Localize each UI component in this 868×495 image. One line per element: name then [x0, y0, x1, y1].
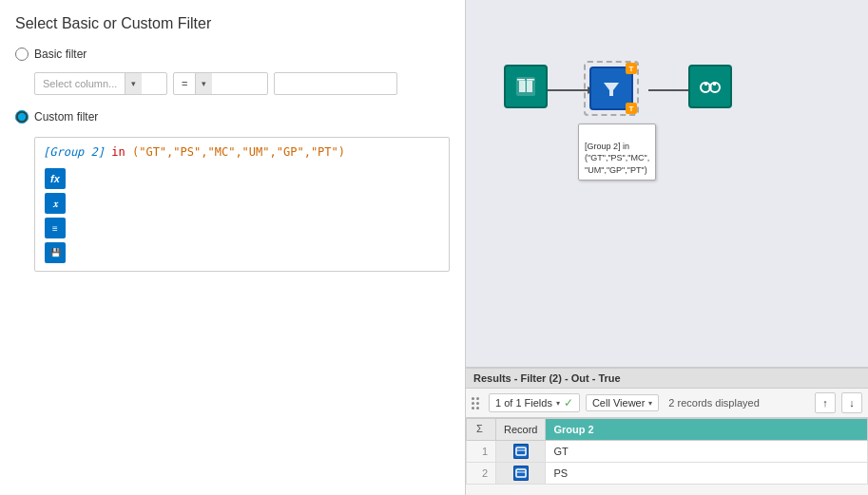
expression-button[interactable]: 𝑥: [45, 193, 66, 214]
svg-rect-6: [527, 79, 534, 81]
book-icon: [512, 73, 539, 100]
panel-title: Select Basic or Custom Filter: [15, 15, 450, 32]
input-node-icon: [504, 65, 548, 108]
custom-filter-row: Custom filter: [15, 110, 450, 124]
validate-button[interactable]: ≡: [45, 218, 66, 238]
expression-keyword: in: [111, 145, 132, 159]
filter-value-input[interactable]: [274, 72, 397, 95]
column-select[interactable]: Select column... ▾: [34, 72, 167, 95]
row-type-icon: [513, 466, 529, 481]
canvas-connections: [466, 0, 868, 367]
filter-badge-t2: T: [626, 103, 637, 114]
cell-viewer-arrow: ▾: [648, 399, 652, 408]
filter-badge-t: T: [626, 63, 637, 74]
save-button[interactable]: 💾: [45, 242, 66, 263]
table-row: 2PS: [467, 463, 868, 485]
custom-filter-label: Custom filter: [34, 110, 98, 124]
filter-node-wrapper[interactable]: T T: [584, 61, 639, 116]
browse-node[interactable]: [688, 65, 732, 108]
fields-button[interactable]: 1 of 1 Fields ▾ ✓: [489, 393, 580, 412]
operator-select[interactable]: = ▾: [173, 72, 268, 95]
basic-filter-row: Basic filter: [15, 48, 450, 61]
svg-rect-5: [517, 79, 525, 81]
row-group2: GT: [546, 441, 868, 463]
custom-filter-radio[interactable]: [15, 110, 29, 124]
results-table-container: Σ Record Group 2 1GT2PS: [466, 418, 868, 485]
input-node[interactable]: [504, 65, 548, 108]
records-displayed: 2 records displayed: [668, 397, 759, 409]
fields-dropdown-arrow: ▾: [556, 399, 560, 408]
fields-label: 1 of 1 Fields: [495, 397, 552, 409]
formula-button[interactable]: fx: [45, 168, 66, 189]
custom-filter-expression: [Group 2] in ("GT","PS","MC","UM","GP","…: [43, 145, 441, 159]
results-toolbar: 1 of 1 Fields ▾ ✓ Cell Viewer ▾ 2 record…: [466, 389, 868, 418]
binoculars-icon: [697, 73, 723, 100]
filter-icon: [598, 75, 625, 102]
col-header-rownum: Σ: [467, 419, 496, 441]
custom-filter-area: [Group 2] in ("GT","PS","MC","UM","GP","…: [34, 137, 450, 272]
cell-viewer-button[interactable]: Cell Viewer ▾: [586, 394, 659, 411]
drag-handle[interactable]: [472, 397, 479, 409]
up-arrow-icon: ↑: [822, 397, 828, 409]
basic-filter-label: Basic filter: [34, 48, 87, 61]
left-panel: Select Basic or Custom Filter Basic filt…: [0, 0, 466, 495]
results-panel: Results - Filter (2) - Out - True 1 of 1…: [466, 367, 868, 495]
table-row: 1GT: [467, 441, 868, 463]
row-icon-cell: [496, 463, 546, 485]
nav-down-button[interactable]: ↓: [841, 392, 862, 413]
canvas-area: T T [Group 2] in("GT","PS","MC","UM","GP: [466, 0, 868, 367]
browse-node-icon: [688, 65, 732, 108]
filter-node-inner: T T: [589, 67, 633, 110]
operator-value: =: [174, 78, 195, 89]
col-header-record: Record: [496, 419, 546, 441]
basic-filter-radio[interactable]: [15, 48, 29, 61]
svg-text:Σ: Σ: [476, 423, 483, 434]
cell-viewer-label: Cell Viewer: [592, 397, 645, 409]
expression-values: ("GT","PS","MC","UM","GP","PT"): [132, 145, 345, 159]
svg-rect-12: [713, 82, 716, 86]
results-header: Results - Filter (2) - Out - True: [466, 369, 868, 389]
column-select-placeholder: Select column...: [35, 78, 125, 89]
nav-up-button[interactable]: ↑: [815, 392, 836, 413]
fields-check-icon: ✓: [564, 396, 573, 409]
filter-node-icon: T T: [589, 67, 633, 110]
svg-rect-16: [516, 469, 526, 477]
col-header-group2: Group 2: [546, 419, 868, 441]
basic-filter-controls: Select column... ▾ = ▾: [34, 72, 450, 95]
node-tooltip: [Group 2] in("GT","PS","MC","UM","GP","P…: [578, 124, 656, 181]
sum-icon: Σ: [474, 422, 488, 435]
expression-field: [Group 2]: [43, 145, 105, 159]
row-type-icon: [513, 444, 529, 459]
operator-arrow[interactable]: ▾: [195, 73, 212, 94]
down-arrow-icon: ↓: [849, 397, 855, 409]
right-panel: T T [Group 2] in("GT","PS","MC","UM","GP: [466, 0, 868, 495]
row-number: 1: [467, 441, 496, 463]
row-number: 2: [467, 463, 496, 485]
svg-rect-10: [709, 86, 712, 89]
svg-rect-11: [704, 82, 707, 86]
row-icon-cell: [496, 441, 546, 463]
tooltip-text: [Group 2] in("GT","PS","MC","UM","GP","P…: [585, 142, 649, 175]
svg-rect-14: [516, 447, 526, 455]
filter-type-group: Basic filter Select column... ▾ = ▾ Cust…: [15, 48, 450, 272]
column-select-arrow[interactable]: ▾: [125, 73, 142, 94]
results-table: Σ Record Group 2 1GT2PS: [466, 418, 868, 485]
row-group2: PS: [546, 463, 868, 485]
svg-marker-7: [604, 83, 619, 96]
